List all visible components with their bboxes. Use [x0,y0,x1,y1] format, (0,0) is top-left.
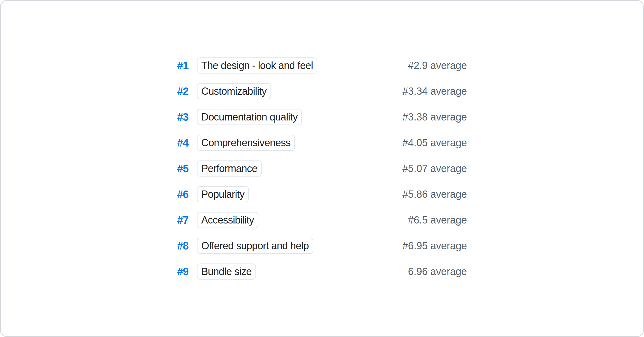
average-score-label: 6.96 average [408,266,467,277]
average-score-label: #5.86 average [402,189,467,200]
ranking-item-chip[interactable]: Popularity [197,186,249,202]
average-score-label: #5.07 average [402,163,467,174]
ranking-row: #8 Offered support and help #6.95 averag… [177,238,467,254]
average-score-label: #3.38 average [402,111,467,123]
results-card: #1 The design - look and feel #2.9 avera… [0,0,644,337]
rank-number: #3 [177,112,189,122]
rank-number: #4 [177,137,189,148]
ranking-row: #3 Documentation quality #3.38 average [177,109,467,125]
ranking-row: #4 Comprehensiveness #4.05 average [177,135,467,151]
ranking-row: #1 The design - look and feel #2.9 avera… [177,57,467,74]
ranking-item-chip[interactable]: The design - look and feel [197,57,317,74]
rank-number: #2 [177,86,189,97]
ranking-item-chip[interactable]: Performance [197,160,262,177]
ranking-row: #5 Performance #5.07 average [177,160,467,177]
ranking-row: #7 Accessibility #6.5 average [177,212,467,228]
average-score-label: #4.05 average [402,137,467,149]
average-score-label: #3.34 average [402,86,467,97]
rank-number: #9 [177,266,189,277]
ranking-item-chip[interactable]: Bundle size [197,263,256,280]
ranking-row: #6 Popularity #5.86 average [177,186,467,202]
ranking-results-list: #1 The design - look and feel #2.9 avera… [177,57,467,280]
rank-number: #7 [177,215,189,225]
app-viewport: #1 The design - look and feel #2.9 avera… [0,0,644,337]
ranking-item-chip[interactable]: Customizability [197,83,271,99]
average-score-label: #6.95 average [402,240,467,252]
average-score-label: #2.9 average [408,60,467,71]
ranking-item-chip[interactable]: Accessibility [197,212,258,228]
ranking-item-chip[interactable]: Comprehensiveness [197,135,295,151]
rank-number: #5 [177,163,189,174]
ranking-item-chip[interactable]: Documentation quality [197,109,302,125]
ranking-row: #2 Customizability #3.34 average [177,83,467,99]
rank-number: #6 [177,189,189,200]
ranking-row: #9 Bundle size 6.96 average [177,263,467,280]
rank-number: #8 [177,240,189,251]
rank-number: #1 [177,60,189,71]
average-score-label: #6.5 average [408,214,467,226]
ranking-item-chip[interactable]: Offered support and help [197,238,313,254]
